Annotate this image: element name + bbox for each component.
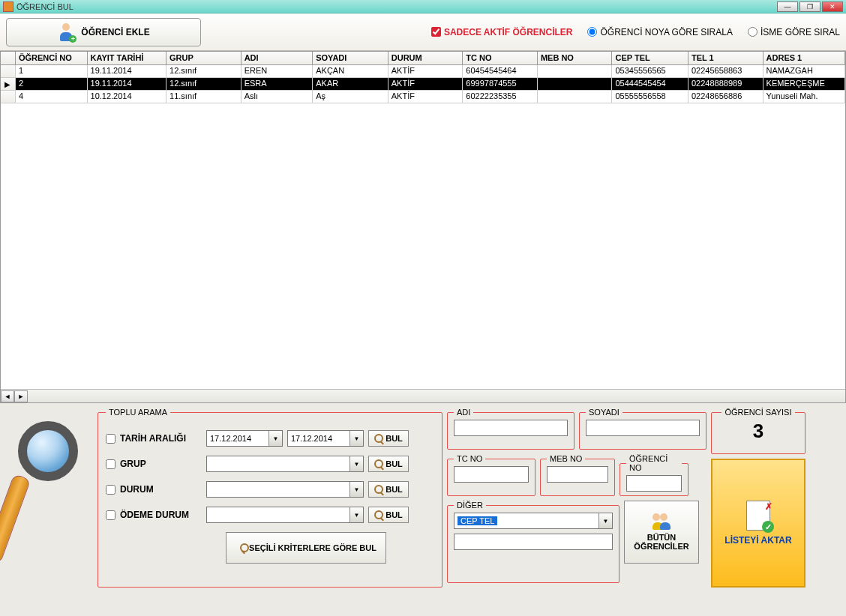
only-active-checkbox[interactable]: SADECE AKTİF ÖĞRENCİLER	[431, 27, 573, 37]
studentno-input[interactable]	[626, 475, 682, 492]
status-checkbox[interactable]: DURUM	[106, 484, 202, 495]
other-value-input[interactable]	[454, 534, 613, 550]
cell: 10.12.2014	[88, 91, 167, 103]
cell	[538, 91, 613, 103]
column-header[interactable]: TEL 1	[688, 52, 764, 64]
cell: 02245658863	[688, 65, 764, 78]
payment-combo[interactable]: ▼	[206, 507, 364, 523]
other-combo[interactable]: CEP TEL ▼	[454, 513, 613, 529]
column-header[interactable]: GRUP	[166, 52, 242, 64]
group-checkbox[interactable]: GRUP	[106, 459, 202, 469]
find-status-button[interactable]: BUL	[368, 481, 409, 498]
find-by-criteria-button[interactable]: SEÇİLİ KRİTERLERE GÖRE BUL	[226, 532, 386, 564]
payment-checkbox[interactable]: ÖDEME DURUM	[106, 510, 202, 520]
horizontal-scrollbar[interactable]: ◄ ►	[1, 389, 845, 402]
sort-by-no-label: ÖĞRENCİ NOYA GÖRE SIRALA	[600, 27, 732, 37]
column-header[interactable]: ADI	[242, 52, 314, 64]
maximize-button[interactable]: ❐	[800, 1, 820, 12]
group-combo[interactable]: ▼	[206, 456, 364, 472]
find-label: BUL	[386, 434, 403, 443]
mebno-input[interactable]	[547, 466, 608, 483]
cell: Aş	[313, 91, 388, 103]
group-label: GRUP	[120, 459, 146, 469]
column-header[interactable]: KAYIT TARİHİ	[88, 52, 167, 64]
add-student-button[interactable]: + ÖĞRENCİ EKLE	[6, 18, 201, 46]
cell: 05555556558	[612, 91, 688, 103]
sort-by-name-radio[interactable]: İSME GÖRE SIRAL	[748, 27, 840, 37]
criteria-label: SEÇİLİ KRİTERLERE GÖRE BUL	[249, 543, 376, 552]
date-range-input[interactable]	[106, 434, 116, 444]
row-indicator	[1, 65, 16, 78]
grid-header: ÖĞRENCİ NOKAYIT TARİHİGRUPADISOYADIDURUM…	[1, 52, 845, 65]
other-legend: DİĞER	[454, 501, 486, 510]
chevron-down-icon[interactable]: ▼	[350, 431, 363, 446]
sort-by-no-input[interactable]	[587, 27, 597, 37]
scroll-right-button[interactable]: ►	[14, 390, 28, 402]
window-title: ÖĞRENCİ BUL	[16, 2, 777, 11]
column-header[interactable]: TC NO	[463, 52, 538, 64]
date-range-checkbox[interactable]: TARİH ARALIĞI	[106, 433, 202, 444]
column-header[interactable]: ADRES 1	[764, 52, 846, 64]
chevron-down-icon[interactable]: ▼	[598, 513, 612, 528]
chevron-down-icon[interactable]: ▼	[350, 482, 363, 497]
table-row[interactable]: 410.12.201411.sınıfAslıAşAKTİF6022223535…	[1, 91, 845, 103]
column-header[interactable]: MEB NO	[538, 52, 613, 64]
all-students-label: BÜTÜN ÖĞRENCİLER	[625, 533, 698, 551]
search-icon	[374, 510, 383, 519]
sort-by-name-input[interactable]	[748, 27, 758, 37]
group-input[interactable]	[106, 459, 116, 469]
cell	[538, 78, 613, 91]
find-payment-button[interactable]: BUL	[368, 507, 409, 523]
only-active-input[interactable]	[431, 27, 441, 37]
name-input[interactable]	[454, 420, 568, 436]
table-row[interactable]: ▶219.11.201412.sınıfESRAAKARAKTİF6999787…	[1, 78, 845, 91]
search-icon	[374, 459, 383, 468]
column-header[interactable]: ÖĞRENCİ NO	[16, 52, 88, 64]
chevron-down-icon[interactable]: ▼	[350, 507, 363, 522]
tcno-input[interactable]	[454, 466, 529, 483]
cell: 69997874555	[463, 78, 538, 91]
surname-input[interactable]	[586, 420, 700, 436]
sort-by-no-radio[interactable]: ÖĞRENCİ NOYA GÖRE SIRALA	[587, 27, 732, 37]
column-header[interactable]: DURUM	[388, 52, 464, 64]
people-icon	[652, 513, 670, 530]
count-legend: ÖĞRENCİ SAYISI	[722, 408, 794, 417]
status-input[interactable]	[106, 485, 116, 495]
row-indicator	[1, 91, 16, 103]
row-selector-header	[1, 52, 16, 64]
all-students-button[interactable]: BÜTÜN ÖĞRENCİLER	[624, 501, 699, 564]
app-icon	[3, 1, 14, 12]
close-button[interactable]: ✕	[822, 1, 843, 12]
tcno-legend: TC NO	[454, 454, 485, 463]
column-header[interactable]: SOYADI	[313, 52, 388, 64]
payment-input[interactable]	[106, 510, 116, 520]
find-label: BUL	[386, 485, 403, 494]
status-combo[interactable]: ▼	[206, 481, 364, 498]
search-icon	[236, 543, 244, 552]
date-to-combo[interactable]: 17.12.2014 ▼	[287, 430, 364, 447]
toolbar: + ÖĞRENCİ EKLE SADECE AKTİF ÖĞRENCİLER Ö…	[0, 13, 846, 51]
find-group-button[interactable]: BUL	[368, 456, 409, 472]
table-row[interactable]: 119.11.201412.sınıfERENAKÇANAKTİF6045454…	[1, 65, 845, 78]
minimize-button[interactable]: —	[777, 1, 798, 12]
date-from-combo[interactable]: 17.12.2014 ▼	[206, 430, 283, 447]
export-list-button[interactable]: ✗ ✓ LİSTEYİ AKTAR	[711, 459, 806, 588]
chevron-down-icon[interactable]: ▼	[350, 456, 363, 471]
student-grid[interactable]: ÖĞRENCİ NOKAYIT TARİHİGRUPADISOYADIDURUM…	[0, 51, 846, 403]
column-header[interactable]: CEP TEL	[612, 52, 688, 64]
cell: AKTİF	[388, 91, 464, 103]
scroll-left-button[interactable]: ◄	[1, 390, 14, 402]
bulk-search-fieldset: TOPLU ARAMA TARİH ARALIĞI 17.12.2014 ▼ 1…	[98, 408, 442, 588]
payment-label: ÖDEME DURUM	[120, 510, 189, 520]
chevron-down-icon[interactable]: ▼	[268, 431, 282, 446]
row-indicator: ▶	[1, 78, 16, 91]
grid-body[interactable]: 119.11.201412.sınıfERENAKÇANAKTİF6045454…	[1, 65, 845, 103]
export-label: LİSTEYİ AKTAR	[724, 535, 791, 546]
find-label: BUL	[386, 510, 403, 519]
cell: 19.11.2014	[88, 65, 167, 78]
surname-legend: SOYADI	[586, 408, 622, 417]
cell: 1	[16, 65, 88, 78]
find-date-button[interactable]: BUL	[368, 430, 409, 447]
cell: 2	[16, 78, 88, 91]
name-legend: ADI	[454, 408, 473, 417]
